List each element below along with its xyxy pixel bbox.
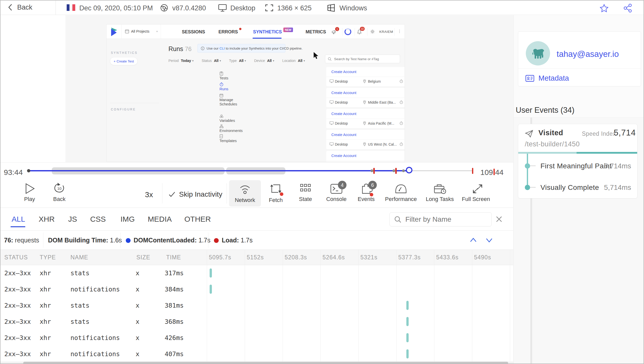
long-tasks-button[interactable]: Long Tasks	[423, 183, 457, 202]
network-request-row[interactable]: 2xx–3xx xhr stats x 368ms	[1, 313, 513, 330]
col-size[interactable]: SIZE	[136, 254, 150, 261]
filter-device-value[interactable]: All	[267, 59, 272, 63]
network-request-row[interactable]: 2xx–3xx xhr stats x 317ms	[1, 265, 513, 281]
console-button[interactable]: 4 Console	[323, 183, 350, 202]
col-time[interactable]: TIME	[166, 254, 181, 261]
performance-button[interactable]: Performance	[383, 183, 419, 202]
error-marker	[493, 169, 495, 175]
visited-event-card[interactable]: Visited Speed Index 5,714 /test-builder/…	[518, 124, 637, 198]
col-type[interactable]: TYPE	[40, 254, 56, 261]
network-filter-field[interactable]	[389, 212, 492, 226]
filter-status-value[interactable]: All	[214, 59, 218, 63]
app-tab-synthetics[interactable]: SYNTHETICS	[253, 29, 282, 35]
event-dot[interactable]	[402, 169, 405, 172]
filter-location-value[interactable]: All	[298, 59, 303, 63]
tab-css[interactable]: CSS	[90, 215, 106, 223]
run-name-link[interactable]: Create Account	[331, 154, 356, 158]
settings-gear-icon[interactable]	[370, 29, 375, 34]
run-name-link[interactable]: Create Account	[331, 133, 356, 137]
app-tab-sessions[interactable]: SESSIONS	[182, 29, 205, 35]
filter-period-value[interactable]: Today	[181, 59, 191, 63]
skip-inactivity-toggle[interactable]: Skip Inactivity	[168, 190, 222, 198]
run-device: Desktop	[335, 121, 348, 125]
search-input[interactable]	[334, 57, 397, 61]
filter-type-value[interactable]: All	[239, 59, 243, 63]
speed-toggle[interactable]: 3x	[145, 190, 153, 199]
run-card[interactable]: Create Account Desktop Asia Pacific (M..…	[326, 109, 405, 128]
events-button[interactable]: 6 Events	[354, 183, 379, 202]
run-card[interactable]: Create Account Desktop Belgium 4 secs 27…	[326, 67, 405, 86]
run-card[interactable]: Create Account Desktop US West (N. Cal..…	[326, 130, 405, 149]
state-grid-icon	[293, 183, 317, 194]
run-name-link[interactable]: Create Account	[331, 112, 356, 116]
error-marker[interactable]	[373, 168, 375, 174]
create-test-button[interactable]: + Create Test	[110, 57, 138, 65]
app-tab-metrics[interactable]: METRICS	[306, 29, 326, 35]
close-panel-icon[interactable]	[496, 216, 503, 223]
run-name-link[interactable]: Create Account	[331, 91, 356, 95]
col-status[interactable]: STATUS	[4, 254, 28, 261]
jump-up-icon[interactable]	[469, 237, 478, 244]
network-button[interactable]: Network	[229, 180, 261, 207]
event-dot[interactable]	[392, 169, 395, 172]
timeline-remaining-line	[410, 170, 473, 171]
tab-xhr[interactable]: XHR	[39, 215, 55, 223]
share-icon[interactable]	[623, 4, 632, 13]
scrollbar-thumb[interactable]	[23, 362, 508, 364]
network-request-row[interactable]: 2xx–3xx xhr notifications x 426ms	[1, 330, 513, 346]
request-timing-bar[interactable]	[210, 268, 212, 278]
user-menu[interactable]: KRAIEM	[379, 30, 393, 34]
error-marker[interactable]	[395, 168, 397, 174]
back-button[interactable]: Back	[8, 3, 32, 12]
back-10s-button[interactable]: 10 Back	[49, 182, 69, 202]
tab-media[interactable]: MEDIA	[148, 215, 172, 223]
event-dot[interactable]	[370, 169, 373, 172]
state-button[interactable]: State	[293, 183, 317, 202]
user-email-link[interactable]: tahay@asayer.io	[557, 49, 619, 59]
request-timing-bar[interactable]	[210, 285, 212, 294]
monitor-icon	[330, 100, 334, 104]
horizontal-scrollbar[interactable]	[1, 361, 513, 364]
cell-status: 2xx–3xx	[4, 318, 31, 325]
network-request-row[interactable]: 2xx–3xx xhr stats x 381ms	[1, 297, 513, 313]
chevron-left-icon	[8, 3, 13, 12]
project-selector[interactable]: All Projects ▾	[121, 25, 161, 39]
playhead[interactable]	[406, 167, 412, 173]
requests-count: 76: requests	[4, 237, 39, 244]
cli-link[interactable]: CLI	[219, 47, 225, 50]
full-screen-button[interactable]: Full Screen	[460, 183, 492, 202]
waterfall-lane	[207, 281, 510, 297]
col-name[interactable]: NAME	[70, 254, 88, 261]
fetch-button[interactable]: Fetch	[263, 183, 288, 203]
tab-js[interactable]: JS	[68, 215, 77, 223]
request-timing-bar[interactable]	[406, 317, 409, 326]
error-marker[interactable]	[472, 168, 473, 174]
run-name-link[interactable]: Create Account	[331, 70, 356, 74]
dcl-dot	[126, 238, 131, 243]
tab-img[interactable]: IMG	[120, 215, 135, 223]
stopwatch-icon	[400, 142, 403, 146]
request-timing-bar[interactable]	[406, 301, 409, 310]
network-filter-input[interactable]	[405, 215, 486, 224]
cell-name: stats	[70, 269, 89, 277]
timeline-track[interactable]	[28, 163, 473, 179]
app-tab-errors[interactable]: ERRORS	[218, 29, 238, 35]
metadata-button[interactable]: Metadata	[525, 74, 569, 82]
test-search-field[interactable]	[325, 55, 400, 63]
tab-all[interactable]: ALL	[12, 215, 25, 223]
tab-other[interactable]: OTHER	[184, 215, 211, 223]
network-request-row[interactable]: 2xx–3xx xhr notifications x 384ms	[1, 281, 513, 297]
cell-name: notifications	[70, 334, 120, 342]
run-card[interactable]: Create Account Desktop Canada (Central..…	[326, 151, 405, 162]
network-request-row[interactable]: 2xx–3xx xhr notifications x 407ms	[1, 346, 513, 362]
favorite-star-icon[interactable]	[600, 4, 609, 12]
more-menu-icon[interactable]: ⋮	[398, 29, 402, 34]
request-timing-bar[interactable]	[406, 349, 409, 358]
play-label: Play	[19, 196, 40, 202]
play-button[interactable]: Play	[19, 183, 40, 202]
request-timing-bar[interactable]	[406, 333, 409, 342]
run-card[interactable]: Create Account Desktop Middle East (Ba..…	[326, 88, 405, 107]
jump-down-icon[interactable]	[485, 237, 493, 244]
app-content: Runs 76 Use our CLI to include your Synt…	[161, 39, 405, 162]
cell-time: 381ms	[165, 302, 184, 309]
